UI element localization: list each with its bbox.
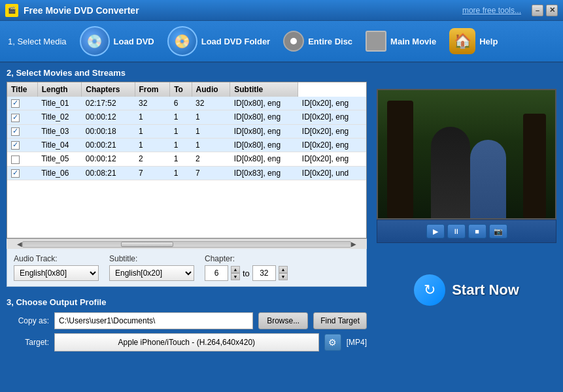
app-title: Free Movie DVD Converter	[24, 5, 139, 16]
select-media-label: 1, Select Media	[8, 37, 67, 46]
chapter-from-up[interactable]: ▲	[231, 266, 240, 273]
scroll-right-arrow[interactable]: ▶	[351, 240, 356, 248]
row-audio: ID[0x80], eng	[230, 152, 298, 166]
table-scrollbar[interactable]: ◀ ▶	[7, 238, 367, 249]
title-bar-right: more free tools... – ✕	[462, 5, 558, 16]
load-dvd-button[interactable]: 💿 Load DVD	[80, 26, 154, 56]
row-subtitle: ID[0x20], eng	[298, 124, 366, 138]
audio-track-group: Audio Track: English[0x80]	[14, 254, 99, 281]
row-chapters: 2	[135, 152, 170, 166]
row-checkbox[interactable]	[11, 155, 20, 164]
browse-button[interactable]: Browse...	[258, 312, 308, 329]
stop-button[interactable]: ■	[468, 224, 486, 238]
table-row[interactable]: Title_0300:00:18111ID[0x80], engID[0x20]…	[7, 124, 366, 138]
subtitle-label: Subtitle:	[109, 254, 194, 263]
free-tools-link[interactable]: more free tools...	[462, 6, 521, 15]
scene-figure-right	[470, 140, 506, 218]
chapter-from-spinners: ▲ ▼	[231, 266, 240, 280]
row-length: 00:00:12	[82, 110, 135, 124]
row-subtitle: ID[0x20], eng	[298, 97, 366, 110]
app-icon: 🎬	[5, 4, 18, 17]
audio-track-select[interactable]: English[0x80]	[14, 265, 99, 281]
scrollbar-thumb[interactable]	[121, 242, 173, 247]
row-length: 02:17:52	[82, 97, 135, 110]
row-checkbox[interactable]	[11, 114, 20, 122]
gear-icon[interactable]: ⚙	[324, 334, 341, 351]
subtitle-group: Subtitle: English[0x20]	[109, 254, 194, 281]
pause-button[interactable]: ⏸	[447, 224, 466, 238]
row-checkbox[interactable]	[11, 99, 20, 108]
target-label: Target:	[7, 338, 49, 347]
row-audio: ID[0x83], eng	[230, 166, 298, 180]
media-table-container: Title Length Chapters From To Audio Subt…	[7, 82, 367, 238]
table-row[interactable]: Title_0600:08:21717ID[0x83], engID[0x20]…	[7, 166, 366, 180]
row-to: 1	[192, 138, 230, 152]
minimize-button[interactable]: –	[532, 5, 543, 16]
subtitle-select[interactable]: English[0x20]	[109, 265, 194, 281]
row-title: Title_02	[37, 110, 82, 124]
row-to: 2	[192, 152, 230, 166]
horizontal-scrollbar[interactable]	[22, 241, 351, 248]
chapter-to-input[interactable]	[252, 265, 276, 281]
col-audio: Audio	[192, 82, 230, 97]
row-title: Title_06	[37, 166, 82, 180]
left-panel: 2, Select Movies and Streams Title Lengt…	[0, 63, 373, 357]
col-subtitle: Subtitle	[230, 82, 298, 97]
toolbar: 1, Select Media 💿 Load DVD 📀 Load DVD Fo…	[0, 21, 563, 63]
help-button[interactable]: 🏠 Help	[449, 28, 498, 54]
player-controls: ▶ ⏸ ■ 📷	[377, 220, 556, 243]
chapter-from-input[interactable]	[205, 265, 228, 281]
target-row: Target: Apple iPhone/iTouch - (H.264,640…	[7, 333, 367, 351]
load-folder-button[interactable]: 📀 Load DVD Folder	[167, 26, 270, 56]
row-chapters: 1	[135, 138, 170, 152]
output-section: 3, Choose Output Profile Copy as: Browse…	[0, 292, 373, 357]
row-from: 1	[170, 124, 192, 138]
target-select[interactable]: Apple iPhone/iTouch - (H.264,640x420)	[54, 333, 319, 351]
entire-disc-button[interactable]: Entire Disc	[283, 31, 352, 52]
row-subtitle: ID[0x20], eng	[298, 110, 366, 124]
col-chapters: Chapters	[82, 82, 135, 97]
row-from: 1	[170, 152, 192, 166]
row-from: 6	[170, 97, 192, 110]
row-length: 00:00:18	[82, 124, 135, 138]
video-progress-bar[interactable]	[378, 218, 555, 220]
load-folder-icon: 📀	[167, 26, 197, 56]
row-subtitle: ID[0x20], eng	[298, 138, 366, 152]
scene-figure-left	[431, 127, 470, 218]
row-length: 00:00:21	[82, 138, 135, 152]
row-to: 32	[192, 97, 230, 110]
scroll-left-arrow[interactable]: ◀	[17, 240, 22, 248]
video-preview	[377, 89, 556, 220]
row-chapters: 32	[135, 97, 170, 110]
table-row[interactable]: Title_0102:17:5232632ID[0x80], engID[0x2…	[7, 97, 366, 110]
row-from: 1	[170, 110, 192, 124]
row-checkbox[interactable]	[11, 169, 20, 178]
snapshot-button[interactable]: 📷	[489, 224, 507, 238]
row-subtitle: ID[0x20], und	[298, 166, 366, 180]
chapter-from-down[interactable]: ▼	[231, 273, 240, 280]
title-bar-left: 🎬 Free Movie DVD Converter	[5, 4, 139, 17]
table-row[interactable]: Title_0400:00:21111ID[0x80], engID[0x20]…	[7, 138, 366, 152]
chapter-to-up[interactable]: ▲	[279, 266, 288, 273]
row-chapters: 1	[135, 124, 170, 138]
close-button[interactable]: ✕	[546, 5, 558, 16]
chapter-to-down[interactable]: ▼	[279, 273, 288, 280]
video-frame	[378, 90, 555, 218]
play-button[interactable]: ▶	[426, 224, 445, 238]
row-checkbox[interactable]	[11, 141, 20, 150]
start-now-button[interactable]: Start Now	[452, 282, 519, 299]
col-length: Length	[37, 82, 82, 97]
col-from: From	[135, 82, 170, 97]
main-movie-button[interactable]: Main Movie	[366, 31, 436, 52]
table-row[interactable]: Title_0500:00:12212ID[0x80], engID[0x20]…	[7, 152, 366, 166]
row-length: 00:08:21	[82, 166, 135, 180]
row-from: 1	[170, 166, 192, 180]
chapter-to-spinners: ▲ ▼	[279, 266, 288, 280]
find-target-button[interactable]: Find Target	[313, 312, 367, 329]
content-area: 2, Select Movies and Streams Title Lengt…	[0, 63, 563, 357]
path-input[interactable]	[54, 312, 253, 329]
table-row[interactable]: Title_0200:00:12111ID[0x80], engID[0x20]…	[7, 110, 366, 124]
row-checkbox[interactable]	[11, 127, 20, 136]
chapter-to-label: to	[243, 269, 250, 278]
row-to: 1	[192, 110, 230, 124]
